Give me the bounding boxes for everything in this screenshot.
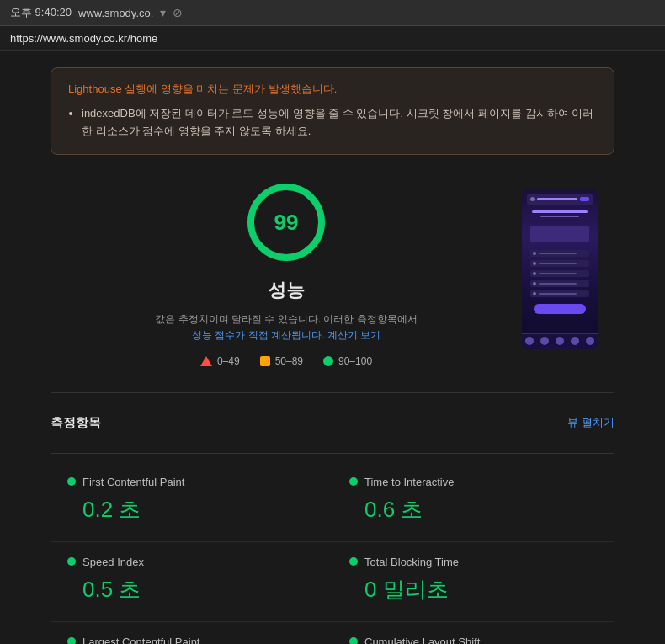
browser-domain: www.smody.co. — [78, 7, 153, 19]
metric-dot-tti — [349, 477, 358, 486]
legend-orange: 50–89 — [260, 355, 303, 367]
score-label: 성능 — [268, 278, 305, 303]
metrics-grid: First Contentful Paint 0.2 초 Time to Int… — [51, 462, 614, 644]
score-description: 값은 추정치이며 달라질 수 있습니다. 이러한 측정항목에서 성능 점수가 직… — [152, 311, 421, 343]
dropdown-icon[interactable]: ▾ — [160, 6, 166, 19]
warning-box: Lighthouse 실행에 영향을 미치는 문제가 발생했습니다. index… — [51, 67, 614, 155]
metrics-expand-button[interactable]: 뷰 펼치기 — [567, 415, 614, 430]
legend: 0–49 50–89 90–100 — [200, 355, 372, 367]
warning-item: indexedDB에 저장된 데이터가 로드 성능에 영향을 줄 수 있습니다.… — [82, 105, 597, 141]
score-link[interactable]: 성능 점수가 직접 계산됩니다. — [192, 329, 324, 341]
screenshot-thumbnail — [522, 189, 598, 349]
green-circle-icon — [323, 356, 333, 366]
legend-red: 0–49 — [200, 355, 240, 367]
metric-item-si: Speed Index 0.5 초 — [51, 542, 332, 622]
score-section: 99 성능 값은 추정치이며 달라질 수 있습니다. 이러한 측정항목에서 성능… — [51, 180, 614, 367]
metric-item-lcp: Largest Contentful Paint 1.0 초 — [51, 622, 332, 644]
metric-item-cls: Cumulative Layout Shift 0 — [332, 622, 614, 644]
legend-orange-label: 50–89 — [275, 355, 303, 367]
metric-dot-cls — [349, 637, 358, 644]
metric-name-cls: Cumulative Layout Shift — [364, 636, 480, 644]
divider2 — [51, 453, 614, 454]
browser-bar: 오후 9:40:20 www.smody.co. ▾ ⊘ — [0, 0, 665, 26]
metric-item-tti: Time to Interactive 0.6 초 — [332, 462, 614, 542]
red-triangle-icon — [200, 356, 212, 366]
legend-green: 90–100 — [323, 355, 372, 367]
metric-name-fcp: First Contentful Paint — [82, 476, 184, 488]
metric-name-tti: Time to Interactive — [364, 476, 454, 488]
metrics-title: 측정항목 — [51, 415, 101, 431]
metric-name-si: Speed Index — [82, 556, 144, 568]
stop-icon: ⊘ — [173, 6, 183, 19]
metrics-header: 측정항목 뷰 펼치기 — [51, 402, 614, 444]
metric-value-fcp: 0.2 초 — [67, 495, 315, 524]
legend-red-label: 0–49 — [217, 355, 240, 367]
metric-item-tbt: Total Blocking Time 0 밀리초 — [332, 542, 614, 622]
metric-dot-fcp — [67, 477, 76, 486]
metric-dot-tbt — [349, 557, 358, 566]
metric-value-si: 0.5 초 — [67, 575, 315, 604]
divider — [51, 392, 614, 393]
metric-name-lcp: Largest Contentful Paint — [82, 636, 200, 644]
metric-value-tbt: 0 밀리초 — [349, 575, 598, 604]
main-content: Lighthouse 실행에 영향을 미치는 문제가 발생했습니다. index… — [0, 67, 665, 644]
metric-dot-lcp — [67, 637, 76, 644]
warning-list: indexedDB에 저장된 데이터가 로드 성능에 영향을 줄 수 있습니다.… — [68, 105, 597, 141]
score-link2[interactable]: 계산기 보기 — [327, 329, 380, 341]
metric-dot-si — [67, 557, 76, 566]
score-left: 99 성능 값은 추정치이며 달라질 수 있습니다. 이러한 측정항목에서 성능… — [51, 180, 522, 367]
score-number: 99 — [274, 209, 299, 235]
legend-green-label: 90–100 — [338, 355, 372, 367]
address-bar: https://www.smody.co.kr/home — [0, 26, 665, 51]
metric-item-fcp: First Contentful Paint 0.2 초 — [51, 462, 332, 542]
warning-title: Lighthouse 실행에 영향을 미치는 문제가 발생했습니다. — [68, 82, 597, 97]
metric-name-tbt: Total Blocking Time — [364, 556, 459, 568]
orange-square-icon — [260, 356, 270, 366]
score-desc-text: 값은 추정치이며 달라질 수 있습니다. 이러한 측정항목에서 — [155, 313, 417, 325]
address-url: https://www.smody.co.kr/home — [10, 32, 157, 45]
score-circle: 99 — [244, 180, 328, 264]
browser-time: 오후 9:40:20 — [10, 5, 72, 20]
metric-value-tti: 0.6 초 — [349, 495, 598, 524]
